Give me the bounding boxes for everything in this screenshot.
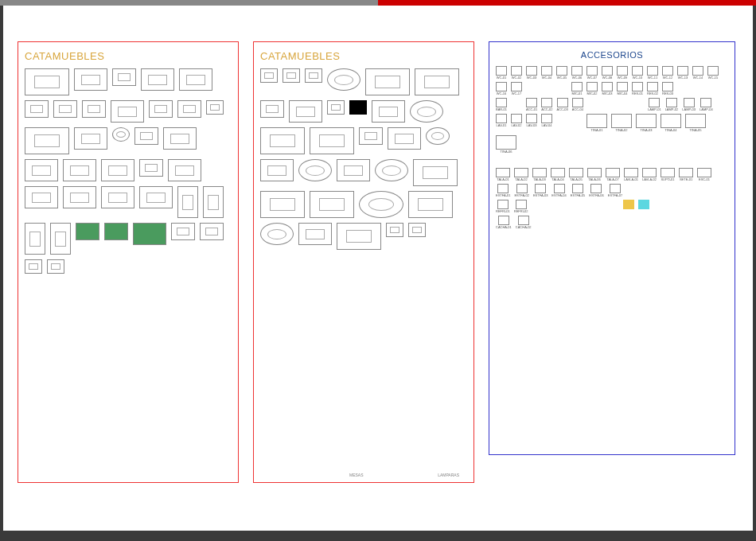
acc-wc-17[interactable]: WC-17 [511, 82, 522, 95]
acc-wc-01[interactable]: WC-01 [496, 66, 507, 80]
block-piano-grand[interactable] [171, 223, 195, 240]
block-dining-round-4[interactable] [426, 127, 450, 145]
acc-res-02[interactable]: RES-02 [647, 82, 658, 95]
block-chair-03[interactable] [305, 68, 322, 83]
block-monitor-desk[interactable] [149, 100, 173, 118]
acc-acc-02[interactable]: ACC-02 [541, 98, 552, 111]
acc-refri-01[interactable]: REFRI-01 [496, 200, 510, 213]
acc-bar-01[interactable]: BAR-01 [496, 98, 507, 111]
block-bed-single[interactable] [139, 159, 163, 177]
block-wardrobe-02[interactable] [203, 186, 224, 218]
block-kitchen-counter-L[interactable] [25, 68, 69, 95]
acc-acc-01[interactable]: ACC-01 [526, 98, 537, 111]
block-chair-02[interactable] [283, 68, 300, 83]
block-living-set-01[interactable] [415, 68, 459, 95]
acc-wc-08[interactable]: WC-08 [602, 66, 613, 80]
acc-estfa-03[interactable]: ESTFA-03 [533, 184, 548, 197]
block-bench-long[interactable] [168, 159, 201, 181]
block-bed-green-01[interactable] [76, 223, 99, 240]
block-bed-double-07[interactable] [101, 186, 134, 208]
block-dining-rect-8[interactable] [365, 68, 410, 95]
block-side-table[interactable] [386, 223, 403, 237]
block-piano-grand-02[interactable] [200, 223, 224, 240]
block-conference-oval-12[interactable] [260, 191, 305, 218]
acc-acc-04[interactable]: ACC-04 [572, 98, 583, 111]
block-dining-round-6[interactable] [410, 100, 443, 123]
acc-wc-15[interactable]: WC-15 [707, 66, 719, 80]
acc-tina-02[interactable]: TINA-02 [611, 114, 632, 132]
block-sofa-long[interactable] [141, 68, 174, 91]
acc-wc-13[interactable]: WC-13 [677, 66, 688, 80]
acc-tala-04[interactable]: TALA-04 [551, 168, 565, 181]
acc-wc-02[interactable]: WC-02 [511, 66, 522, 80]
block-wardrobe-04[interactable] [50, 223, 71, 255]
block-cat-silhouette[interactable] [47, 259, 64, 274]
block-wardrobe-03[interactable] [25, 223, 45, 255]
acc-lavla-02[interactable]: LAVLA-02 [642, 168, 657, 181]
acc-mic-04[interactable]: MIC-04 [617, 82, 628, 95]
block-bed-double-02[interactable] [25, 159, 58, 181]
block-dining-sq-6[interactable] [260, 159, 294, 181]
block-dining-round-6b[interactable] [298, 159, 332, 181]
acc-lamp-04[interactable]: LAMP-04 [699, 98, 713, 111]
block-bed-double-04[interactable] [101, 159, 134, 181]
block-bed-green-03[interactable] [133, 223, 166, 245]
acc-esc-01[interactable]: ESC-01 [697, 168, 711, 181]
acc-estfa-04[interactable]: ESTFA-04 [551, 184, 566, 197]
acc-tina-05[interactable]: TINA-05 [685, 114, 706, 132]
block-desks-facing[interactable] [74, 127, 107, 150]
acc-wc-05[interactable]: WC-05 [556, 66, 567, 80]
acc-res-01[interactable]: RES-01 [632, 82, 643, 95]
block-monitor-desk-02[interactable] [177, 100, 201, 118]
acc-lav-02[interactable]: LAV-02 [511, 114, 522, 132]
block-dining-table-chairs[interactable] [74, 68, 107, 91]
block-chairs-pair[interactable] [359, 127, 383, 145]
acc-tala-01[interactable]: TALA-01 [496, 168, 510, 181]
acc-estfa-06[interactable]: ESTFA-06 [589, 184, 603, 197]
block-conference-12[interactable] [413, 159, 458, 186]
block-bed-double-06[interactable] [63, 186, 96, 208]
block-conference-rect-14[interactable] [408, 191, 453, 218]
block-living-set-02[interactable] [260, 127, 305, 154]
acc-tina-06[interactable]: TINA-06 [496, 135, 516, 154]
block-bed-double-08[interactable] [139, 186, 173, 208]
acc-lamp-02[interactable]: LAMP-02 [665, 98, 679, 111]
block-cabinet[interactable] [25, 259, 42, 274]
acc-tala-05[interactable]: TALA-05 [569, 168, 583, 181]
block-dining-sq-8[interactable] [337, 159, 370, 181]
acc-mic-01[interactable]: MIC-01 [571, 82, 583, 95]
acc-lav-01[interactable]: LAV-01 [496, 114, 507, 132]
acc-wc-06[interactable]: WC-06 [571, 66, 583, 80]
acc-wc-04[interactable]: WC-04 [541, 66, 552, 80]
acc-sete-01[interactable]: SETE-01 [679, 168, 693, 181]
acc-mic-02[interactable]: MIC-02 [586, 82, 598, 95]
block-conference-10[interactable] [310, 191, 354, 218]
acc-cacha-01[interactable]: CACHA-01 [496, 216, 512, 229]
block-dining-round-10[interactable] [260, 223, 294, 245]
acc-tala-06[interactable]: TALA-06 [587, 168, 602, 181]
acc-wc-14[interactable]: WC-14 [692, 66, 703, 80]
acc-estfa-01[interactable]: ESTFA-01 [496, 184, 510, 197]
block-armchair[interactable] [327, 100, 345, 115]
block-desk[interactable] [112, 68, 136, 86]
acc-refri-02[interactable]: REFRI-02 [514, 200, 528, 213]
block-chair[interactable] [206, 100, 224, 115]
acc-tala-03[interactable]: TALA-03 [532, 168, 547, 181]
block-conference-round-12[interactable] [359, 191, 403, 218]
acc-acc-03[interactable]: ACC-03 [556, 98, 567, 111]
acc-res-03[interactable]: RES-03 [662, 82, 673, 95]
block-sofa-2[interactable] [260, 100, 284, 118]
block-bed-green-02[interactable] [104, 223, 128, 240]
acc-wc-03[interactable]: WC-03 [526, 66, 537, 80]
acc-wc-09[interactable]: WC-09 [617, 66, 628, 80]
block-dining-sq-4[interactable] [388, 127, 421, 150]
acc-supo-01[interactable]: SUPO-01 [661, 168, 675, 181]
acc-estfa-02[interactable]: ESTFA-02 [514, 184, 528, 197]
block-bed-double-01[interactable] [163, 127, 197, 150]
acc-tala-07[interactable]: TALA-07 [606, 168, 620, 181]
block-clock[interactable] [112, 127, 130, 142]
acc-wc-16[interactable]: WC-16 [496, 82, 507, 95]
block-dining-octagon-8[interactable] [298, 223, 332, 245]
block-desk-02[interactable] [53, 100, 77, 118]
acc-wc-10[interactable]: WC-10 [632, 66, 643, 80]
